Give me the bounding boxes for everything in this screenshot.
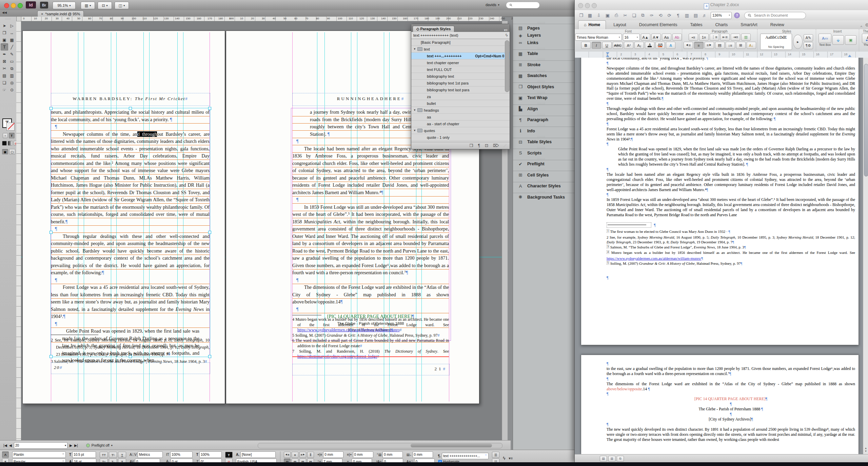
space-before-field[interactable]: 0 mm: [382, 451, 403, 458]
tool-button[interactable]: ◎: [8, 79, 16, 86]
zoom-field[interactable]: 136%▾: [711, 12, 732, 19]
highlight-button[interactable]: AB: [655, 42, 665, 49]
frame-handle[interactable]: [129, 107, 132, 110]
toolbar-icon[interactable]: ❐: [577, 12, 585, 19]
frame-handle[interactable]: [208, 107, 211, 110]
app-search-input[interactable]: [514, 3, 536, 7]
bullets-button[interactable]: •≡: [689, 34, 698, 41]
numbered-list-button[interactable]: ☰: [492, 452, 499, 458]
draft-view-button[interactable]: ▤: [600, 456, 607, 462]
styles-pane-button[interactable]: A✎: [804, 34, 813, 41]
font-size-field[interactable]: 10.5 pt: [72, 451, 96, 458]
outline-view-button[interactable]: ▥: [608, 456, 615, 462]
scroll-arrows[interactable]: ▲▼: [864, 447, 868, 453]
fill-stroke-widget[interactable]: T: [2, 118, 14, 130]
panel-menu-icon[interactable]: ▾≡: [509, 456, 513, 461]
left-page-body-frame[interactable]: neurs, and philanthropists. Appreciating…: [51, 109, 210, 364]
ribbon-tab[interactable]: Tables: [683, 21, 708, 29]
character-color-chip[interactable]: T: [225, 452, 233, 458]
paragraph-style-row[interactable]: za: [411, 93, 510, 100]
word-document-area[interactable]: the local community, and of his ‘young f…: [575, 58, 868, 454]
formatting-container-button[interactable]: ▫: [3, 133, 8, 138]
tools-panel-grip[interactable]: ::::::: [0, 17, 16, 20]
numbering-button[interactable]: 1≡: [699, 34, 709, 41]
paragraph-style-row[interactable]: aa - start of chapter: [411, 120, 510, 127]
panel-footer-icon[interactable]: ❒: [470, 143, 473, 148]
normal-view-button[interactable]: ▣: [2, 149, 8, 154]
dock-panel-button[interactable]: ℹ Info: [513, 127, 575, 135]
clear-formatting-button[interactable]: Ab: [672, 34, 682, 41]
underline-button[interactable]: T: [118, 452, 126, 458]
gear-icon[interactable]: ⚙: [865, 22, 868, 27]
increase-indent-button[interactable]: ⇥≡: [731, 34, 740, 41]
paragraph-style-row[interactable]: bibliography text 1st para: [411, 80, 510, 87]
align-right-button[interactable]: ≡⯈: [299, 452, 306, 458]
dock-panel-button[interactable]: ▣ Text Wrap: [513, 94, 575, 102]
apply-color-button[interactable]: [2, 141, 7, 146]
zoom-level-dropdown[interactable]: 95.1%▾: [53, 2, 76, 9]
align-left-button[interactable]: ⯇≡: [284, 452, 291, 458]
dock-panel-button[interactable]: ⊞ Cell Styles: [513, 171, 575, 179]
paragraph-style-row[interactable]: ▼ quotes: [411, 127, 510, 134]
line-spacing-button[interactable]: ↕≡: [726, 42, 735, 49]
multilevel-list-button[interactable]: ⋮≡: [710, 34, 719, 41]
style-gallery-arrow[interactable]: ▸: [793, 35, 803, 49]
toolbar-icon[interactable]: ▤: [692, 12, 699, 19]
manage-styles-button[interactable]: ¶⚙: [804, 42, 813, 49]
bridge-icon[interactable]: Br: [40, 2, 48, 8]
toolbar-icon[interactable]: ❏: [630, 12, 638, 19]
superscript-button[interactable]: A²: [624, 42, 633, 49]
align-left-button[interactable]: ⯇≡: [684, 42, 693, 49]
frame-handle[interactable]: [50, 231, 53, 234]
paragraph-style-row[interactable]: bibliography text last para: [411, 87, 510, 93]
right-page-footnotes[interactable]: 4 Munro began work as a builder but by 1…: [292, 317, 449, 359]
bold-button[interactable]: B: [581, 42, 591, 49]
horizontal-ruler[interactable]: 0102030405060708090100110120130140150160…: [21, 17, 502, 21]
frame-handle[interactable]: [50, 107, 53, 110]
font-color-button[interactable]: A: [645, 42, 654, 49]
paragraph-style-row[interactable]: text chapter opener: [411, 59, 510, 66]
paragraph-style-row[interactable]: ▼ text: [411, 46, 510, 53]
paragraph-style-row[interactable]: text +++...++++++++ Opt+Cmd+Num 0: [411, 53, 510, 59]
apply-gradient-button[interactable]: [8, 141, 13, 146]
zoom-window-button[interactable]: [18, 3, 23, 8]
ribbon-tab[interactable]: SmartArt: [733, 21, 763, 29]
justify-button[interactable]: ▤: [715, 42, 725, 49]
tool-button[interactable]: ▷: [8, 22, 16, 29]
paragraph-style-row[interactable]: aa: [411, 114, 510, 120]
dock-panel-button[interactable]: ✔ Preflight: [513, 160, 575, 168]
text-effects-button[interactable]: A: [666, 42, 675, 49]
footnote-separator[interactable]: ¶: [607, 222, 651, 228]
ruler-origin-box[interactable]: [16, 17, 21, 21]
toolbar-icon[interactable]: ✑: [648, 12, 655, 19]
document-search-field[interactable]: [744, 12, 806, 19]
font-family-field[interactable]: Plantin⌃: [12, 451, 66, 458]
all-caps-button[interactable]: TT: [100, 452, 108, 458]
subscript-button[interactable]: A₂: [634, 42, 644, 49]
tool-button[interactable]: ⊙: [8, 86, 16, 93]
font-name-combo[interactable]: Times New Roman▾: [575, 34, 622, 41]
toolbar-icon[interactable]: ♬: [701, 12, 708, 19]
dock-panel-button[interactable]: ▩ Swatches: [513, 72, 575, 80]
paragraph-style-row[interactable]: bullet: [411, 100, 510, 107]
tool-button[interactable]: T: [1, 43, 8, 51]
help-button[interactable]: ?: [734, 13, 740, 18]
right-footer-frame[interactable]: 21#: [292, 364, 450, 375]
quick-apply-icon[interactable]: ϟ: [503, 455, 505, 461]
left-running-header-frame[interactable]: WARREN BARDSLEY: The First Mr Cricket#: [51, 93, 210, 106]
paragraph-style-field[interactable]: text ++++++++++++++...⌃: [442, 453, 489, 459]
toolbar-icon[interactable]: ▦: [586, 12, 594, 19]
tool-button[interactable]: ╱: [8, 43, 16, 51]
ribbon-tab[interactable]: ⌂Home: [578, 20, 606, 29]
last-page-button[interactable]: ▶|: [74, 443, 78, 447]
dock-panel-button[interactable]: ∞ Links: [513, 39, 575, 46]
dock-panel-button[interactable]: ◈ Layers: [513, 32, 575, 39]
close-window-button[interactable]: [4, 3, 9, 8]
workspace-switcher[interactable]: davids▾: [486, 3, 499, 7]
dock-panel-button[interactable]: ▤ Pages: [513, 24, 575, 32]
ribbon-tab[interactable]: Charts: [708, 21, 733, 29]
word-vertical-scrollbar[interactable]: ▲▼: [863, 58, 868, 454]
columns-button[interactable]: ▥: [741, 34, 751, 41]
dock-panel-button[interactable]: ❒ Object Styles: [513, 82, 575, 91]
dock-panel-button[interactable]: ¶ Paragraph: [513, 116, 575, 124]
